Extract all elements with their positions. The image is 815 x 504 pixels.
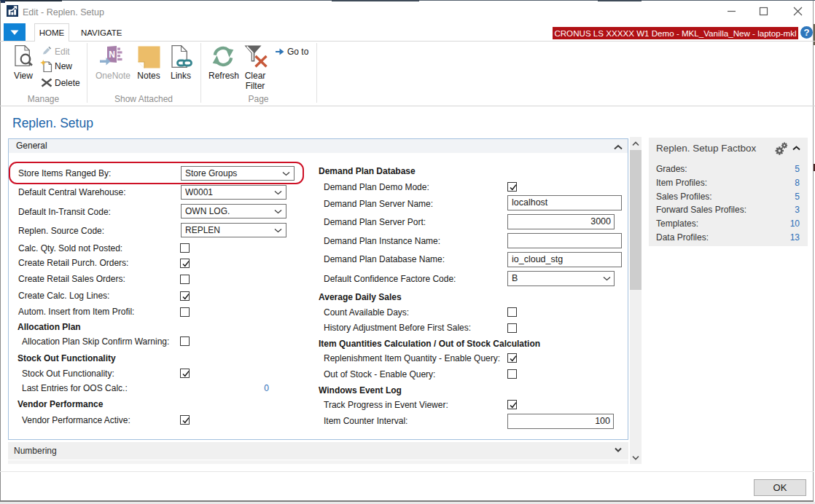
svg-text:N: N [109,50,115,60]
